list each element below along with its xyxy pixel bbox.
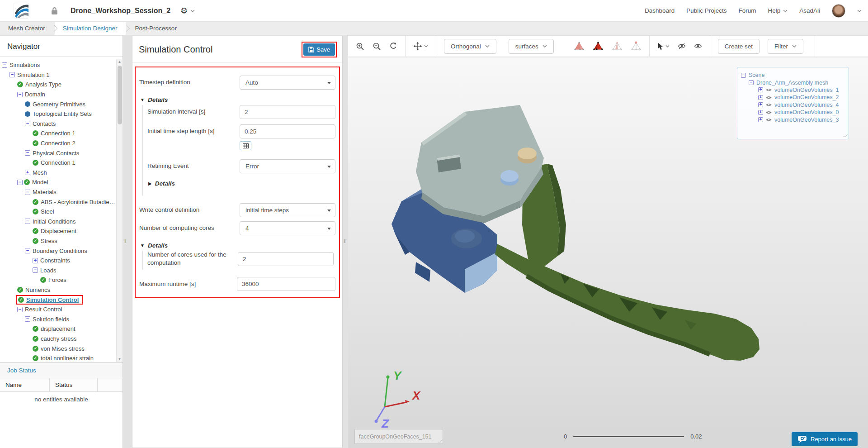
tree-item-forces[interactable]: ✓Forces (0, 275, 115, 285)
tab-post-processor[interactable]: Post-Processor (127, 22, 185, 35)
scene-mesh-item[interactable]: −Drone_Arm_Assembly mesh (741, 79, 845, 86)
nav-dashboard[interactable]: Dashboard (645, 7, 675, 14)
tree-item-geometry-primitives[interactable]: Geometry Primitives (0, 99, 115, 109)
visibility-eye-icon[interactable] (766, 88, 772, 92)
tree-item-steel[interactable]: ✓Steel (0, 207, 115, 217)
retiming-event-select[interactable]: Error (240, 159, 335, 173)
tree-item-connection-1[interactable]: ✓Connection 1 (0, 129, 115, 138)
filter-dropdown[interactable]: Filter (768, 39, 803, 54)
table-input-button[interactable] (240, 141, 251, 150)
details-toggle-open[interactable]: ▼Details (140, 96, 335, 103)
tree-item-cauchy-stress[interactable]: ✓cauchy stress (0, 334, 115, 344)
visibility-eye-icon[interactable] (766, 110, 772, 114)
expand-icon[interactable]: + (758, 95, 763, 100)
tree-scrollbar[interactable]: ▲ ▼ (116, 59, 122, 362)
collapse-icon[interactable]: − (25, 219, 30, 224)
selection-name-box[interactable]: faceGroupOnGeoFaces_151 (354, 429, 443, 444)
tree-item-mesh[interactable]: +Mesh (0, 168, 115, 178)
tree-item-solution-fields[interactable]: −Solution fields (0, 314, 115, 324)
collapse-icon[interactable]: − (33, 267, 38, 273)
scrollbar-thumb[interactable] (118, 66, 122, 124)
show-all-icon[interactable] (690, 43, 706, 49)
panel-resize-handle[interactable]: ‖ (344, 238, 346, 244)
tree-item-sol-displacement[interactable]: ✓displacement (0, 324, 115, 334)
username-label[interactable]: AsadAli (799, 7, 820, 14)
tree-item-result-control[interactable]: −Result Control (0, 305, 115, 315)
collapse-icon[interactable]: − (17, 180, 23, 185)
zoom-out-icon[interactable] (368, 42, 385, 51)
collapse-icon[interactable]: − (9, 72, 15, 77)
cores-used-input[interactable] (238, 252, 334, 266)
tree-item-connection-2[interactable]: ✓Connection 2 (0, 138, 115, 148)
scene-root-item[interactable]: −Scene (741, 71, 845, 79)
resize-handle-icon[interactable] (843, 134, 848, 137)
expand-icon[interactable]: + (25, 170, 30, 175)
tree-item-materials[interactable]: −Materials (0, 187, 115, 197)
tree-item-contacts[interactable]: −Contacts (0, 119, 115, 129)
details-toggle-closed[interactable]: ▶Details (148, 180, 335, 187)
pan-tool-icon[interactable] (409, 42, 432, 51)
scroll-up-icon[interactable]: ▲ (117, 59, 123, 65)
viewport-3d[interactable]: −Scene −Drone_Arm_Assembly mesh +volumeO… (348, 57, 868, 448)
tree-item-topological-entity-sets[interactable]: Topological Entity Sets (0, 109, 115, 119)
nav-help[interactable]: Help (768, 7, 788, 14)
details-toggle-open-2[interactable]: ▼Details (140, 242, 335, 249)
tree-item-loads[interactable]: −Loads (0, 265, 115, 275)
tab-mesh-creator[interactable]: Mesh Creator (0, 22, 53, 35)
tree-item-total-nonlinear-strain[interactable]: ✓total nonlinear strain (0, 353, 115, 362)
refresh-icon[interactable] (385, 42, 401, 50)
visibility-eye-icon[interactable] (766, 95, 772, 100)
mesh-quality-icon-2[interactable] (589, 41, 608, 51)
collapse-icon[interactable]: − (25, 316, 30, 322)
tree-item-stress[interactable]: ✓Stress (0, 236, 115, 246)
tree-item-model[interactable]: −✓Model (0, 177, 115, 187)
simscale-logo-icon[interactable] (14, 3, 29, 19)
collapse-icon[interactable]: − (25, 121, 30, 126)
chevron-down-icon[interactable] (857, 10, 862, 12)
nav-public-projects[interactable]: Public Projects (686, 7, 726, 14)
mesh-quality-icon-3[interactable] (608, 41, 627, 51)
scene-volume-item[interactable]: +volumeOnGeoVolumes_0 (741, 109, 845, 116)
expand-icon[interactable]: + (758, 110, 763, 115)
render-mode-dropdown[interactable]: surfaces (509, 39, 554, 54)
collapse-icon[interactable]: − (749, 80, 754, 85)
scene-volume-item[interactable]: +volumeOnGeoVolumes_3 (741, 116, 845, 123)
mesh-quality-icon-4[interactable] (627, 41, 646, 51)
tree-item-constraints[interactable]: +Constraints (0, 256, 115, 266)
create-set-button[interactable]: Create set (718, 39, 760, 54)
tree-item-domain[interactable]: −Domain (0, 90, 115, 100)
projection-dropdown[interactable]: Orthogonal (444, 39, 496, 54)
nav-forum[interactable]: Forum (738, 7, 756, 14)
save-button[interactable]: Save (303, 43, 335, 56)
expand-icon[interactable]: + (758, 87, 763, 92)
simulation-interval-input[interactable] (240, 105, 335, 119)
tree-item-abs-material[interactable]: ✓ABS - Acrylonitrile Butadiene... (0, 197, 115, 207)
tree-item-initial-conditions[interactable]: −Initial Conditions (0, 217, 115, 227)
initial-timestep-input[interactable] (240, 124, 335, 138)
project-settings-button[interactable]: ⚙ (180, 7, 195, 15)
select-pointer-icon[interactable] (653, 43, 674, 50)
zoom-in-icon[interactable] (352, 42, 368, 51)
write-control-select[interactable]: initial time steps (240, 203, 335, 217)
expand-icon[interactable]: + (758, 117, 763, 122)
mesh-quality-icon-1[interactable] (570, 41, 589, 51)
collapse-icon[interactable]: − (2, 62, 7, 68)
collapse-icon[interactable]: − (25, 248, 30, 253)
visibility-eye-icon[interactable] (766, 118, 772, 122)
scene-volume-item[interactable]: +volumeOnGeoVolumes_2 (741, 94, 845, 101)
timestep-definition-select[interactable]: Auto (240, 76, 335, 90)
collapse-icon[interactable]: − (25, 190, 30, 195)
tree-item-physical-contacts[interactable]: −Physical Contacts (0, 148, 115, 158)
max-runtime-input[interactable] (237, 277, 335, 291)
tab-simulation-designer[interactable]: Simulation Designer (55, 22, 126, 35)
scroll-down-icon[interactable]: ▼ (117, 357, 123, 362)
tree-item-numerics[interactable]: ✓Numerics (0, 285, 115, 295)
tree-item-analysis-type[interactable]: ✓Analysis Type (0, 80, 115, 90)
collapse-icon[interactable]: − (25, 150, 30, 156)
tree-item-von-mises-stress[interactable]: ✓von Mises stress (0, 343, 115, 353)
tree-item-simulation-control[interactable]: ✓Simulation Control (0, 295, 115, 305)
tree-item-displacement[interactable]: ✓Displacement (0, 226, 115, 236)
hide-selected-icon[interactable] (674, 43, 690, 49)
report-issue-button[interactable]: Report an issue (792, 432, 858, 446)
tree-item-boundary-conditions[interactable]: −Boundary Conditions (0, 246, 115, 256)
